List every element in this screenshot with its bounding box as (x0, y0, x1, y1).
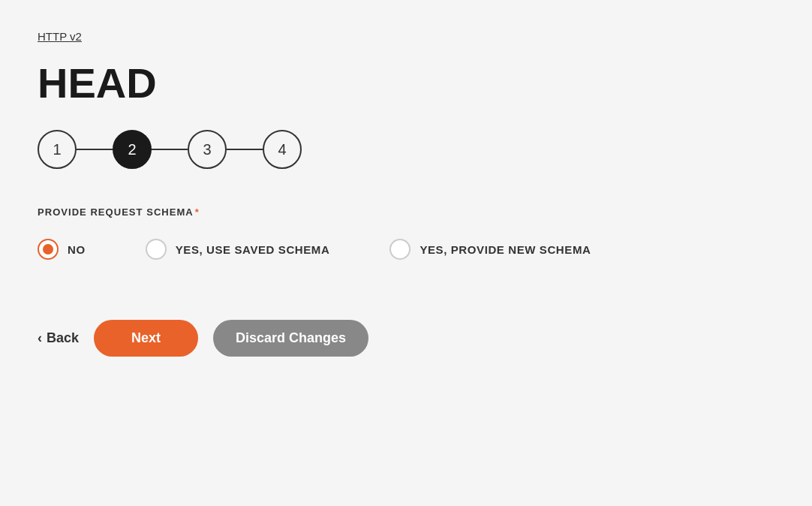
radio-inner-no (43, 244, 53, 255)
step-1[interactable]: 1 (38, 130, 77, 169)
breadcrumb-link[interactable]: HTTP v2 (38, 30, 82, 43)
section-label: PROVIDE REQUEST SCHEMA* (38, 206, 774, 218)
next-button[interactable]: Next (94, 320, 198, 357)
step-connector-3-4 (227, 149, 263, 150)
footer-actions: ‹ Back Next Discard Changes (38, 320, 774, 357)
step-3[interactable]: 3 (188, 130, 227, 169)
page-container: HTTP v2 HEAD 1 2 3 4 PROVIDE REQUEST SCH… (0, 0, 812, 506)
radio-label-use-saved: YES, USE SAVED SCHEMA (176, 243, 330, 256)
step-connector-2-3 (152, 149, 188, 150)
discard-changes-button[interactable]: Discard Changes (213, 320, 368, 357)
required-asterisk: * (195, 206, 200, 218)
radio-button-use-saved[interactable] (146, 239, 167, 260)
radio-button-provide-new[interactable] (389, 239, 411, 260)
radio-label-no: NO (68, 243, 86, 256)
step-4[interactable]: 4 (263, 130, 302, 169)
back-button[interactable]: ‹ Back (38, 324, 79, 352)
stepper: 1 2 3 4 (38, 130, 774, 169)
radio-group: NO YES, USE SAVED SCHEMA YES, PROVIDE NE… (38, 239, 774, 260)
radio-option-no[interactable]: NO (38, 239, 86, 260)
step-2[interactable]: 2 (113, 130, 152, 169)
step-connector-1-2 (77, 149, 113, 150)
radio-button-no[interactable] (38, 239, 59, 260)
radio-label-provide-new: YES, PROVIDE NEW SCHEMA (420, 243, 591, 256)
radio-option-provide-new[interactable]: YES, PROVIDE NEW SCHEMA (389, 239, 591, 260)
page-title: HEAD (38, 59, 774, 107)
back-chevron-icon: ‹ (38, 330, 42, 346)
radio-option-use-saved[interactable]: YES, USE SAVED SCHEMA (146, 239, 330, 260)
